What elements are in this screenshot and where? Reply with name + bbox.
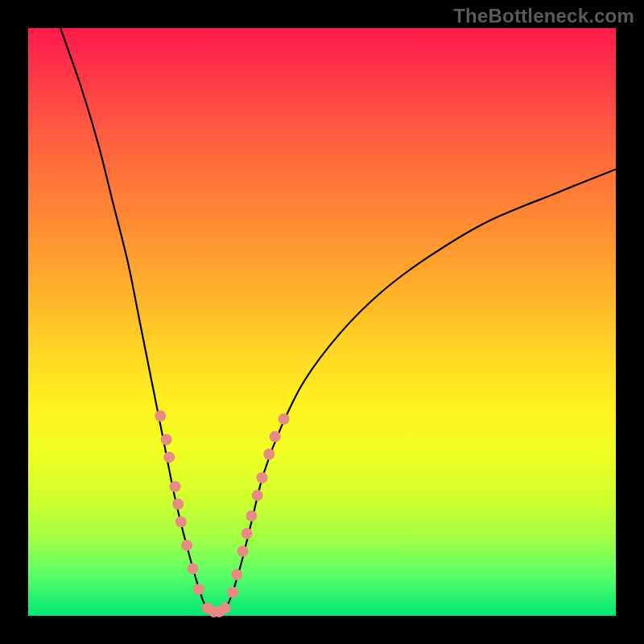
marker-dot xyxy=(170,481,181,492)
dots-group xyxy=(155,411,289,617)
marker-dot xyxy=(220,603,231,614)
marker-dot xyxy=(257,472,268,483)
marker-dot xyxy=(163,452,175,463)
marker-dot xyxy=(155,411,166,422)
marker-dot xyxy=(279,413,290,424)
chart-figure: TheBottleneck.com xyxy=(0,0,644,644)
marker-dot xyxy=(181,539,192,551)
marker-dot xyxy=(187,564,198,575)
marker-dot xyxy=(175,516,187,527)
watermark-text: TheBottleneck.com xyxy=(453,5,634,27)
marker-dot xyxy=(270,431,281,442)
marker-dot xyxy=(252,489,263,501)
marker-dot xyxy=(237,546,248,557)
marker-dot xyxy=(242,528,253,539)
marker-dot xyxy=(246,510,257,522)
marker-dot xyxy=(161,434,172,445)
marker-dot xyxy=(172,498,184,510)
marker-dot xyxy=(227,587,238,598)
curve-group xyxy=(60,28,616,613)
bottleneck-curve xyxy=(60,28,616,613)
chart-svg xyxy=(28,28,616,616)
marker-dot xyxy=(231,569,242,580)
marker-dot xyxy=(263,448,275,460)
marker-dot xyxy=(193,584,204,595)
